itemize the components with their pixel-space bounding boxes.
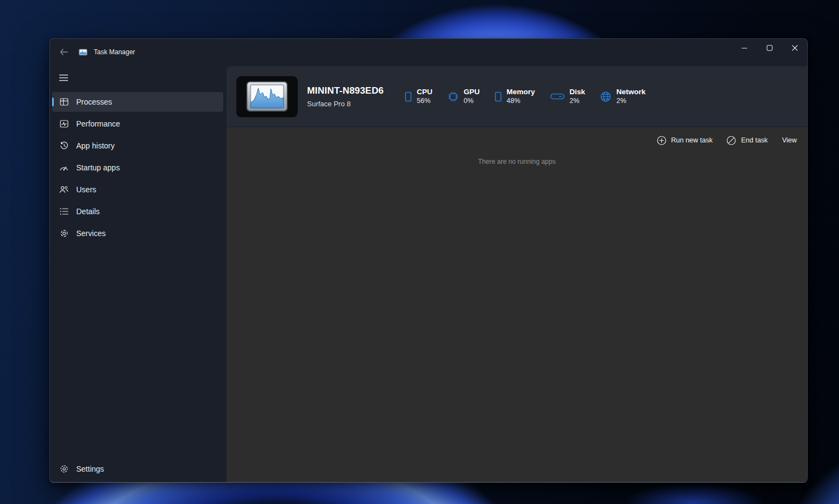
run-new-task-label: Run new task	[671, 136, 713, 144]
plus-circle-icon	[657, 136, 666, 145]
device-name: MININT-N893ED6	[307, 85, 388, 96]
stat-label: Network	[616, 88, 645, 97]
device-header-panel: MININT-N893ED6 Surface Pro 8 CPU 56%	[226, 66, 807, 127]
stat-disk: Disk 2%	[550, 88, 586, 106]
device-icon-card	[236, 76, 298, 117]
sidebar-item-label: Settings	[76, 465, 104, 473]
cpu-icon	[405, 91, 412, 102]
processes-toolbar: Run new task End task View	[226, 127, 807, 153]
back-button[interactable]	[55, 44, 72, 60]
users-icon	[59, 185, 69, 194]
sidebar-item-app-history[interactable]: App history	[52, 136, 223, 156]
sidebar-item-services[interactable]: Services	[52, 224, 223, 243]
titlebar: Task Manager	[50, 39, 807, 65]
end-task-button[interactable]: End task	[727, 136, 768, 145]
device-model: Surface Pro 8	[307, 100, 388, 108]
sidebar-item-performance[interactable]: Performance	[52, 114, 223, 134]
view-button[interactable]: View	[782, 136, 797, 144]
sidebar-item-settings[interactable]: Settings	[52, 459, 223, 479]
disk-icon	[550, 93, 565, 100]
settings-gear-icon	[59, 465, 69, 474]
sidebar-item-label: Processes	[76, 98, 112, 106]
performance-icon	[59, 119, 69, 129]
sidebar-item-label: Performance	[76, 119, 120, 128]
task-manager-app-icon	[246, 81, 288, 112]
content-area: MININT-N893ED6 Surface Pro 8 CPU 56%	[225, 65, 807, 482]
stat-value: 0%	[464, 97, 480, 106]
stat-value: 56%	[417, 97, 433, 106]
run-new-task-button[interactable]: Run new task	[657, 136, 713, 145]
minimize-button[interactable]	[732, 39, 757, 57]
network-globe-icon	[600, 91, 611, 102]
selected-accent-pill	[52, 98, 54, 106]
end-task-label: End task	[741, 136, 768, 144]
services-cog-icon	[59, 229, 69, 238]
sidebar-item-label: Services	[76, 229, 106, 238]
stat-memory: Memory 48%	[495, 88, 535, 106]
sidebar-item-users[interactable]: Users	[52, 180, 223, 199]
maximize-icon	[767, 45, 773, 51]
sidebar-item-processes[interactable]: Processes	[52, 92, 223, 112]
task-manager-logo-icon	[78, 48, 88, 57]
sidebar-item-label: Users	[76, 185, 97, 194]
block-circle-icon	[727, 136, 736, 145]
close-button[interactable]	[782, 39, 807, 57]
hamburger-icon	[59, 75, 68, 81]
processes-panel: Run new task End task View There are no …	[226, 127, 807, 482]
sidebar-item-startup-apps[interactable]: Startup apps	[52, 158, 223, 177]
stat-value: 2%	[616, 97, 645, 106]
maximize-button[interactable]	[757, 39, 782, 57]
sidebar-item-label: Startup apps	[76, 163, 120, 172]
stat-label: CPU	[417, 88, 433, 97]
stat-value: 48%	[507, 97, 535, 106]
back-arrow-icon	[60, 49, 68, 55]
device-info: MININT-N893ED6 Surface Pro 8	[307, 85, 388, 108]
stat-cpu: CPU 56%	[405, 88, 433, 106]
stat-network: Network 2%	[600, 88, 645, 106]
window-controls	[732, 39, 807, 65]
gpu-icon	[447, 91, 459, 102]
stat-label: Disk	[570, 88, 586, 97]
stat-label: Memory	[507, 88, 535, 97]
stat-label: GPU	[464, 88, 480, 97]
sidebar: Processes Performance	[50, 65, 225, 482]
sidebar-nav: Processes Performance	[50, 91, 225, 244]
minimize-icon	[741, 48, 747, 49]
processes-icon	[59, 98, 69, 107]
sidebar-item-details[interactable]: Details	[52, 202, 223, 221]
navigation-menu-button[interactable]	[54, 70, 73, 85]
sidebar-item-label: Details	[76, 207, 100, 216]
window-title: Task Manager	[94, 48, 135, 56]
startup-gauge-icon	[59, 163, 69, 173]
empty-state-message: There are no running apps	[478, 158, 555, 165]
stats-row: CPU 56% GPU 0%	[405, 88, 645, 106]
details-list-icon	[59, 207, 69, 216]
stat-gpu: GPU 0%	[447, 88, 480, 106]
memory-icon	[495, 91, 502, 102]
stat-value: 2%	[570, 97, 586, 106]
sidebar-item-label: App history	[76, 141, 115, 150]
view-label: View	[782, 136, 797, 144]
task-manager-window: Task Manager	[49, 38, 808, 483]
history-clock-icon	[59, 141, 69, 151]
close-icon	[792, 45, 798, 51]
